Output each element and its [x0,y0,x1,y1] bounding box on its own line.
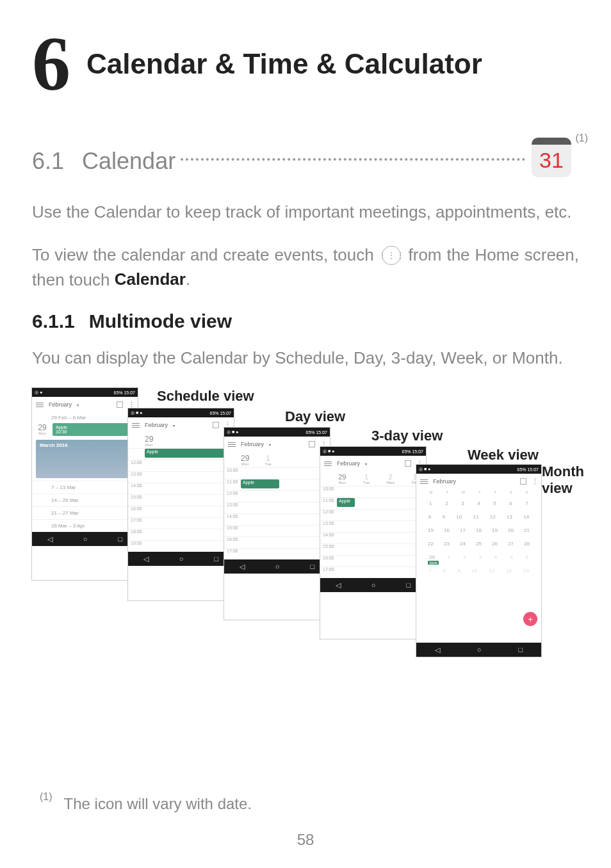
label-3day-view: 3-day view [371,428,443,444]
label-month-view-1: Month [542,463,584,480]
hamburger-icon [36,403,44,407]
screenshot-month-view: ◎ ■ ●65% 15:07 February ⋮ MTWTFSS 123456… [416,465,541,657]
status-bar: ◎ ●65% 15:07 [32,388,138,397]
schedule-event: Apple10:30 [53,423,134,436]
nav-bar: ◁○□ [128,552,234,566]
subsection-title: Multimode view [89,310,232,332]
schedule-week-item: 14 – 20 Mar [32,494,138,506]
today-icon [405,460,411,467]
chapter-title: Calendar & Time & Calculator [86,48,482,80]
overflow-icon: ⋮ [532,478,537,486]
schedule-week-item: 28 Mar – 3 Apr [32,519,138,532]
schedule-range: 29 Feb – 6 Mar [32,412,138,422]
month-event: Apple [428,561,439,565]
footnote: (1) The icon will vary with date. [40,795,252,813]
calendar-app-icon-wrap: 31 (1) [532,138,579,185]
p2-part-d: . [186,269,190,289]
nav-bar: ◁○□ [320,578,426,592]
subsection-6-1-1-para: You can display the Calendar by Schedule… [32,346,579,371]
threeday-event: Apple [337,498,355,507]
subsection-6-1-1-row: 6.1.1 Multimode view [32,310,579,332]
app-bar: February▾ ⋮ [128,417,234,433]
overflow-icon: ⋮ [128,401,134,409]
hamburger-icon [228,442,236,447]
status-bar: ◎ ■ ●65% 15:07 [320,447,426,456]
section-6-1-para-1: Use the Calendar to keep track of import… [32,200,579,225]
status-bar: ◎ ■ ●65% 15:07 [416,465,541,474]
section-6-1-row: 6.1 Calendar 31 (1) [32,138,579,185]
p2-part-a: To view the calendar and create events, … [32,245,379,264]
nav-bar: ◁○□ [32,532,138,546]
appbar-month: February [49,401,72,408]
page-number: 58 [0,831,611,849]
today-icon [213,422,219,428]
schedule-row: 29Mon Apple10:30 [32,422,138,437]
chapter-number: 6 [32,26,70,102]
calendar-icon-footnote-ref: (1) [575,133,588,144]
screenshot-day-hours: ◎ ■ ●65% 15:07 February▾ ⋮ 29Mon Apple 1… [128,408,234,600]
month-grid: 1234567 891011121314 15161718192021 2223… [416,495,541,579]
leader-dots [181,158,525,161]
today-icon [309,441,315,447]
label-week-view: Week view [468,447,539,463]
screenshot-3day-view: ◎ ■ ●65% 15:07 February▾ ⋮ 29Mon 1Tue 2W… [320,447,426,639]
today-icon [117,401,123,408]
screenshot-schedule: ◎ ●65% 15:07 February▾ ⋮ 29 Feb – 6 Mar … [32,388,138,580]
section-6-1-para-2: To view the calendar and create events, … [32,243,579,293]
day-event: Apple [145,449,231,458]
today-icon [520,478,526,485]
nav-bar: ◁○□ [416,643,541,657]
section-number: 6.1 [32,148,64,175]
section-title: Calendar [82,148,175,175]
nav-bar: ◁○□ [224,559,330,574]
label-day-view: Day view [285,408,345,425]
schedule-month-banner: March 2016 [36,440,134,478]
schedule-week-item: 21 – 27 Mar [32,506,138,519]
hamburger-icon [420,479,428,484]
footnote-marker: (1) [40,791,53,809]
app-bar: February ⋮ [416,474,541,489]
chapter-heading: 6 Calendar & Time & Calculator [32,26,579,102]
app-bar: February▾ ⋮ [32,397,138,412]
p2-part-c: Calendar [115,269,186,289]
schedule-week-item: 7 – 13 Mar [32,481,138,494]
calendar-app-icon: 31 [532,138,571,177]
app-bar: February▾ ⋮ [224,437,330,452]
screenshot-day-view: ◎ ■ ●65% 15:07 February▾ ⋮ 29Mon 1Tue 10… [224,428,330,620]
label-schedule-view: Schedule view [157,388,254,405]
subsection-number: 6.1.1 [32,310,75,332]
status-bar: ◎ ■ ●65% 15:07 [128,408,234,417]
fab-add-event: + [523,612,537,626]
app-bar: February▾ ⋮ [320,456,426,471]
screenshots-collage: Schedule view Day view 3-day view Week v… [32,388,583,663]
month-dow-row: MTWTFSS [416,489,541,495]
apps-drawer-icon: ⋮⋮⋮ [382,246,401,265]
status-bar: ◎ ■ ●65% 15:07 [224,428,330,437]
hamburger-icon [324,462,332,466]
label-month-view-2: view [542,480,573,497]
hamburger-icon [132,423,140,428]
footnote-text: The icon will vary with date. [64,795,252,813]
day-event: Apple [241,479,279,488]
